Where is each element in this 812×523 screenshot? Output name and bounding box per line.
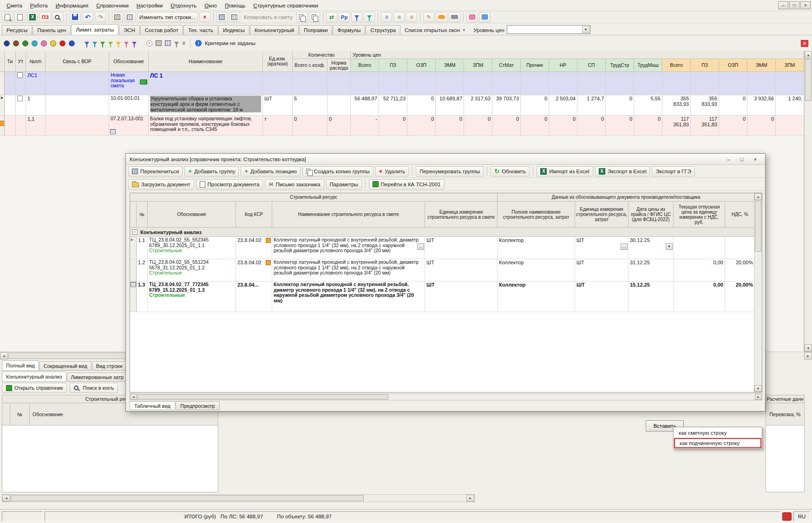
cell-full-name[interactable]: Коллектор bbox=[498, 237, 575, 259]
cell-basis[interactable]: 07.2.07.13-001 bbox=[109, 116, 149, 136]
cell-value[interactable]: 1 240, bbox=[776, 95, 804, 116]
cell-num[interactable]: 1.2 bbox=[137, 259, 148, 281]
tab-struktura[interactable]: Структура bbox=[366, 25, 400, 35]
sheets-blue-button[interactable] bbox=[479, 12, 490, 22]
cell-value[interactable] bbox=[492, 72, 521, 95]
undo-button[interactable]: ↶ bbox=[82, 12, 93, 22]
menu-spravochniki[interactable]: Справочники bbox=[92, 1, 132, 10]
cell-unit[interactable] bbox=[263, 72, 293, 95]
ellipsis-button[interactable]: ... bbox=[417, 243, 424, 250]
cell-basis[interactable]: 10-01-001-01 bbox=[109, 95, 149, 116]
row-checkbox[interactable] bbox=[17, 96, 23, 101]
dialog-close-button[interactable]: × bbox=[749, 155, 761, 163]
sort-1-button[interactable]: ≡ bbox=[381, 12, 392, 22]
scroll-right-button[interactable]: ► bbox=[804, 352, 812, 360]
cell-vor[interactable] bbox=[46, 116, 109, 136]
dialog-maximize-button[interactable]: □ bbox=[736, 155, 748, 163]
cell-value[interactable]: 0 bbox=[719, 95, 747, 116]
cell-value[interactable]: 0 bbox=[606, 116, 634, 136]
scroll-up-button[interactable]: ▲ bbox=[805, 51, 812, 59]
cell-price-date[interactable]: 30.12.25▼ bbox=[629, 237, 674, 259]
cell-ut[interactable] bbox=[16, 72, 26, 95]
sort-3-button[interactable]: ≡ bbox=[406, 12, 417, 22]
row-grid-button[interactable] bbox=[124, 12, 136, 22]
pp-button[interactable]: Pp bbox=[339, 12, 350, 22]
tab-konyunkturnyy[interactable]: Конъюнктурный bbox=[250, 25, 299, 35]
funnel-yellow-icon[interactable] bbox=[116, 42, 121, 45]
cell-value[interactable] bbox=[351, 72, 379, 95]
cell-value[interactable]: 1 274,7 bbox=[577, 95, 606, 116]
filter-circle-cyan[interactable] bbox=[32, 40, 38, 46]
cell-unit[interactable]: ШТ bbox=[425, 237, 498, 259]
filter-circle-brown[interactable] bbox=[13, 40, 19, 46]
price-level-combo[interactable]: ▼ bbox=[507, 25, 590, 34]
cell-value[interactable] bbox=[776, 116, 804, 136]
cell-value[interactable]: 3 932,56 bbox=[747, 95, 776, 116]
cell-current-price[interactable]: 0,00 bbox=[674, 259, 725, 281]
clear-filter-icon[interactable]: × bbox=[146, 40, 152, 46]
cell-value[interactable] bbox=[606, 72, 634, 95]
redo-button[interactable]: ↷ bbox=[95, 12, 106, 22]
tab-formuly[interactable]: Формулы bbox=[333, 25, 365, 35]
scroll-left-button[interactable]: ◄ bbox=[0, 352, 8, 360]
customer-letter-button[interactable]: ✉Письмо заказчика bbox=[265, 179, 324, 190]
cell-value[interactable] bbox=[719, 72, 747, 95]
collapse-icon[interactable]: − bbox=[132, 229, 138, 235]
dialog-horizontal-scrollbar[interactable]: ◄ ► bbox=[130, 393, 762, 400]
funnel-green-icon[interactable] bbox=[100, 42, 105, 45]
bottom-table-body[interactable] bbox=[766, 425, 805, 492]
menu-pomosch[interactable]: Помощь bbox=[221, 1, 249, 10]
menu-okno[interactable]: Окно bbox=[201, 1, 221, 10]
date-dropdown-button[interactable]: ▼ bbox=[666, 243, 673, 250]
cell-unit[interactable]: ШТ bbox=[425, 281, 498, 312]
funnel-gray-icon[interactable] bbox=[174, 42, 179, 45]
cell-price-date[interactable]: 31.12.25 bbox=[629, 259, 674, 281]
sort-criteria-icon[interactable]: ≡ bbox=[182, 40, 185, 46]
ellipsis-button[interactable]: ... bbox=[621, 243, 628, 250]
cell-value[interactable]: 0 bbox=[606, 95, 634, 116]
view-document-button[interactable]: Просмотр документа bbox=[196, 179, 263, 190]
cell-ksr[interactable]: 23.8.04.02 bbox=[236, 259, 272, 281]
search-button[interactable] bbox=[52, 12, 64, 22]
bottom-horizontal-scrollbar[interactable]: ◄ ► bbox=[2, 494, 475, 502]
menu-strukturnye-spravochniki[interactable]: Структурные справочники bbox=[249, 1, 322, 10]
scroll-up-button[interactable]: ▲ bbox=[754, 193, 762, 200]
scroll-left-button[interactable]: ◄ bbox=[2, 495, 10, 502]
cell-basis[interactable]: ТЦ_23.8.04.02_55_551234 5678_31.12.2025_… bbox=[148, 259, 236, 281]
cell-value[interactable] bbox=[662, 72, 691, 95]
cell-value[interactable] bbox=[436, 72, 464, 95]
cell-num[interactable]: 1.3 bbox=[137, 281, 148, 312]
resource-sub-row[interactable]: 1,1 07.2.07.13-001 Балки под установку н… bbox=[0, 116, 804, 136]
grid-add-icon[interactable] bbox=[156, 40, 162, 46]
cell-value[interactable]: 0 bbox=[379, 116, 407, 136]
copy-button[interactable] bbox=[296, 12, 308, 22]
position-row[interactable]: ► 1 10-01-001-01 Укрупнительная сборка и… bbox=[0, 95, 804, 116]
tab-popravki[interactable]: Поправки bbox=[299, 25, 332, 35]
row-checkbox[interactable] bbox=[17, 72, 23, 78]
cell-value[interactable]: - bbox=[351, 116, 379, 136]
cell-value[interactable]: 0 bbox=[634, 116, 662, 136]
cell-num[interactable]: ЛС1 bbox=[26, 72, 46, 95]
scroll-down-button[interactable]: ▼ bbox=[754, 385, 762, 392]
cell-vat[interactable] bbox=[725, 237, 755, 259]
analysis-group-row[interactable]: − Конъюнктурный анализ bbox=[130, 228, 755, 237]
cell-ksr[interactable]: 23.8.04... bbox=[236, 281, 272, 312]
cell-value[interactable] bbox=[521, 72, 549, 95]
tab-limit-zatraty[interactable]: Лимит. затраты bbox=[71, 24, 118, 35]
resource-row-1-1[interactable]: » 1.1 ТЦ_23.8.04.02_55_552345 6789_30.12… bbox=[130, 237, 755, 259]
insert-row-button[interactable] bbox=[112, 12, 123, 22]
scroll-right-button[interactable]: ► bbox=[466, 495, 474, 502]
tab-preview[interactable]: Предпросмотр bbox=[176, 401, 220, 410]
tab-sostav-rabot[interactable]: Состав работ bbox=[140, 25, 183, 35]
funnel-blue-icon[interactable] bbox=[85, 42, 89, 45]
tab-row-view[interactable]: Вид строки bbox=[92, 361, 127, 371]
switch-button[interactable]: Переключиться bbox=[128, 166, 183, 177]
maximize-button[interactable]: □ bbox=[789, 1, 799, 9]
cell-value[interactable]: 0 bbox=[521, 95, 549, 116]
draw-button[interactable]: ✎ bbox=[423, 12, 434, 22]
cell-basis[interactable]: ТЦ_23.8.04.02_55_552345 6789_30.12.2025_… bbox=[148, 237, 236, 259]
cell-vor[interactable] bbox=[46, 95, 109, 116]
cell-name[interactable]: Коллектор латунный проходной с внутренне… bbox=[272, 281, 425, 312]
close-button[interactable]: × bbox=[800, 1, 811, 9]
minimize-button[interactable]: – bbox=[778, 1, 788, 9]
